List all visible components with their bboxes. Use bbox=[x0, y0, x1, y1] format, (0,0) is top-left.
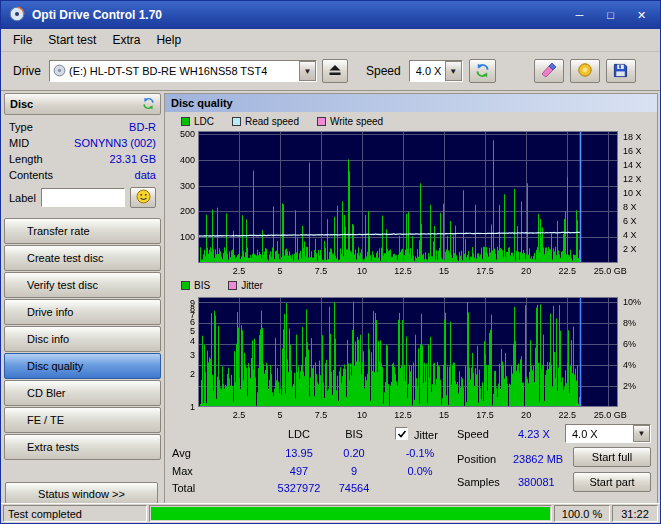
panel-header: Disc quality bbox=[165, 94, 657, 112]
results-area: LDC BIS Jitter Avg 13.95 0.20 -0.1% Max bbox=[165, 420, 657, 504]
stats-row: Avg 13.95 0.20 -0.1% bbox=[165, 447, 465, 463]
position-value: 23862 MB bbox=[513, 453, 563, 465]
nav-item[interactable]: Transfer rate bbox=[4, 218, 161, 244]
nav-item[interactable]: CD Bler bbox=[4, 380, 161, 406]
stat-bis-value: 0.20 bbox=[329, 447, 379, 459]
speed-select[interactable]: 4.0 X ▼ bbox=[409, 60, 463, 82]
field-value: 23.31 GB bbox=[110, 153, 156, 165]
status-window-button[interactable]: Status window >> bbox=[5, 482, 158, 505]
rescan-disc-button[interactable] bbox=[142, 97, 155, 112]
label-input[interactable] bbox=[41, 188, 125, 207]
stats-row: Max 497 9 0.0% bbox=[165, 465, 465, 481]
eraser-icon bbox=[540, 62, 558, 80]
stat-label: Total bbox=[172, 482, 195, 494]
stat-ldc-value: 5327972 bbox=[259, 482, 339, 494]
stat-jitter-value: 0.0% bbox=[392, 465, 448, 477]
test-speed-select[interactable]: 4.0 X ▼ bbox=[565, 424, 651, 443]
minimize-button[interactable]: ─ bbox=[565, 5, 594, 26]
save-button[interactable] bbox=[606, 59, 636, 83]
test-speed-value: 4.0 X bbox=[572, 428, 598, 440]
disc-info-row: Length 23.31 GB bbox=[4, 151, 161, 167]
label-field-label: Label bbox=[9, 192, 36, 204]
legend-label: BIS bbox=[194, 280, 210, 291]
dropdown-arrow-icon[interactable]: ▼ bbox=[445, 61, 462, 81]
stat-jitter-value: -0.1% bbox=[392, 447, 448, 459]
nav-item[interactable]: Create test disc bbox=[4, 245, 161, 271]
nav-item[interactable]: Disc quality bbox=[4, 353, 161, 379]
erase-disc-button[interactable] bbox=[534, 59, 564, 83]
refresh-button[interactable] bbox=[469, 59, 496, 83]
speed-select-value: 4.0 X bbox=[416, 65, 442, 77]
disc-info-row: Type BD-R bbox=[4, 119, 161, 135]
field-value: BD-R bbox=[129, 121, 156, 133]
menu-item[interactable]: Help bbox=[148, 30, 189, 50]
label-row: Label bbox=[4, 183, 161, 209]
legend-swatch bbox=[181, 117, 190, 126]
legend-label: Read speed bbox=[245, 116, 299, 127]
start-full-button[interactable]: Start full bbox=[573, 447, 651, 467]
bis-chart-canvas bbox=[168, 293, 654, 421]
legend-swatch bbox=[228, 281, 237, 290]
legend-item: Read speed bbox=[232, 116, 299, 127]
disc-panel-header: Disc bbox=[4, 93, 161, 115]
legend-item: Jitter bbox=[228, 280, 263, 291]
speed-result-value: 4.23 X bbox=[518, 428, 550, 440]
nav-item[interactable]: FE / TE bbox=[4, 407, 161, 433]
ldc-chart-canvas bbox=[168, 127, 654, 277]
smiley-icon bbox=[136, 189, 151, 206]
legend-swatch bbox=[317, 117, 326, 126]
legend-item: BIS bbox=[181, 280, 210, 291]
speed-result-label: Speed bbox=[457, 428, 489, 440]
disc-info-row: Contents data bbox=[4, 167, 161, 183]
stat-ldc-value: 13.95 bbox=[259, 447, 339, 459]
status-message: Test completed bbox=[3, 505, 147, 522]
nav-item[interactable]: Disc info bbox=[4, 326, 161, 352]
progress-bar bbox=[149, 505, 552, 522]
progress-percent: 100.0 % bbox=[554, 505, 610, 522]
menu-item[interactable]: Start test bbox=[40, 30, 104, 50]
dropdown-arrow-icon[interactable]: ▼ bbox=[299, 61, 316, 81]
drive-select[interactable]: (E:) HL-DT-ST BD-RE WH16NS58 TST4 ▼ bbox=[49, 60, 317, 82]
position-label: Position bbox=[457, 453, 496, 465]
menu-item[interactable]: File bbox=[5, 30, 40, 50]
legend-label: Write speed bbox=[330, 116, 383, 127]
save-icon bbox=[613, 63, 628, 80]
disc-panel-title: Disc bbox=[10, 98, 33, 110]
nav-item[interactable]: Drive info bbox=[4, 299, 161, 325]
stat-ldc-value: 497 bbox=[259, 465, 339, 477]
drive-icon bbox=[53, 64, 66, 79]
menu-item[interactable]: Extra bbox=[104, 30, 148, 50]
titlebar: Opti Drive Control 1.70 ─ □ ✕ bbox=[1, 1, 660, 29]
field-label: MID bbox=[9, 137, 29, 149]
gold-disc-icon bbox=[577, 62, 593, 80]
drive-label: Drive bbox=[13, 64, 41, 78]
write-label-button[interactable] bbox=[130, 187, 156, 208]
legend-swatch bbox=[181, 281, 190, 290]
ldc-chart-legend: LDC Read speed Write speed bbox=[181, 115, 383, 127]
nav-item[interactable]: Verify test disc bbox=[4, 272, 161, 298]
field-value: data bbox=[135, 169, 156, 181]
app-window: Opti Drive Control 1.70 ─ □ ✕ FileStart … bbox=[0, 0, 661, 524]
legend-swatch bbox=[232, 117, 241, 126]
statusbar: Test completed 100.0 % 31:22 bbox=[1, 503, 660, 523]
legend-item: LDC bbox=[181, 116, 214, 127]
drive-select-value: (E:) HL-DT-ST BD-RE WH16NS58 TST4 bbox=[69, 65, 267, 77]
app-icon bbox=[9, 6, 25, 24]
dropdown-arrow-icon[interactable]: ▼ bbox=[633, 425, 650, 442]
disc-info-list: Type BD-R MID SONYNN3 (002) Length 23.31… bbox=[4, 119, 161, 183]
close-button[interactable]: ✕ bbox=[627, 5, 656, 26]
progress-fill bbox=[151, 507, 550, 520]
stat-label: Max bbox=[172, 465, 193, 477]
field-label: Contents bbox=[9, 169, 53, 181]
eject-button[interactable] bbox=[322, 59, 348, 83]
nav-item[interactable]: Extra tests bbox=[4, 434, 161, 460]
report-button[interactable] bbox=[570, 59, 600, 83]
stat-bis-value: 9 bbox=[329, 465, 379, 477]
refresh-icon bbox=[475, 63, 490, 80]
field-label: Length bbox=[9, 153, 43, 165]
stat-bis-value: 74564 bbox=[329, 482, 379, 494]
disc-quality-panel: Disc quality LDC Read speed Write speed bbox=[164, 93, 658, 504]
maximize-button[interactable]: □ bbox=[596, 5, 625, 26]
stat-label: Avg bbox=[172, 447, 191, 459]
start-part-button[interactable]: Start part bbox=[573, 472, 651, 492]
